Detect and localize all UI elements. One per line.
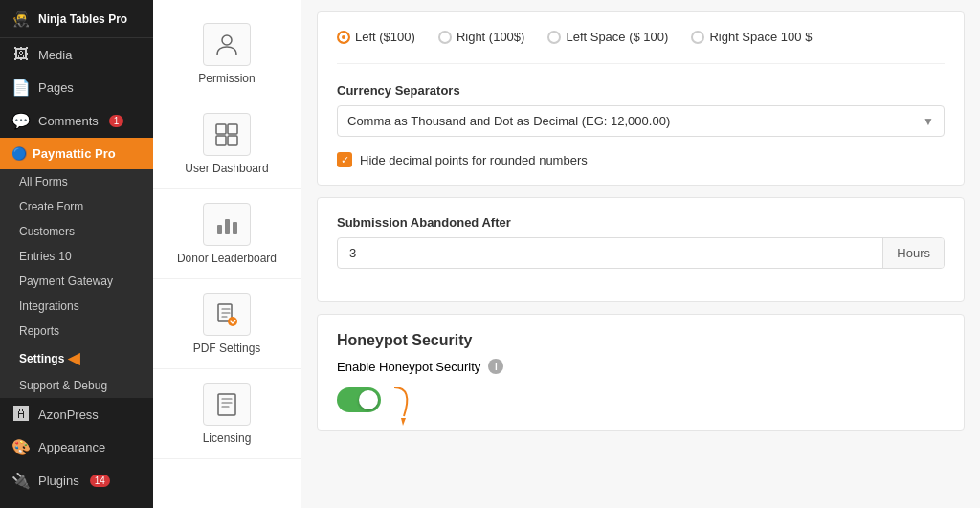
svg-rect-10	[218, 394, 235, 415]
icon-item-donor-leaderboard[interactable]: Donor Leaderboard	[153, 189, 301, 279]
sub-payment-gateway[interactable]: Payment Gateway	[0, 269, 153, 294]
hide-decimal-row[interactable]: ✓ Hide decimal points for rounded number…	[337, 152, 945, 167]
azonpress-label: AzonPress	[38, 408, 99, 422]
currency-position-row: Left ($100) Right (100$) Left Space ($ 1…	[337, 30, 945, 64]
hide-decimal-checkbox[interactable]: ✓	[337, 152, 352, 167]
ninja-icon: 🥷	[11, 10, 31, 28]
entries-badge: 10	[58, 250, 71, 263]
radio-left-space-circle	[547, 31, 561, 44]
hide-decimal-label: Hide decimal points for rounded numbers	[360, 153, 588, 167]
pdf-settings-icon-box	[203, 293, 251, 336]
toggle-knob	[359, 390, 378, 409]
honeypot-enable-label: Enable Honeypot Security	[337, 360, 480, 374]
comments-badge: 1	[109, 115, 124, 127]
time-input-row: Hours	[337, 237, 945, 269]
user-dashboard-label: User Dashboard	[185, 162, 268, 175]
pdf-settings-label: PDF Settings	[193, 342, 261, 355]
sidebar-item-pages[interactable]: 📄 Pages	[0, 71, 153, 104]
icon-panel: Permission User Dashboard D	[153, 0, 301, 508]
currency-settings-section: Left ($100) Right (100$) Left Space ($ 1…	[317, 11, 965, 186]
submission-abandoned-label: Submission Abandoned After	[337, 215, 945, 230]
radio-left-label: Left ($100)	[355, 30, 415, 44]
sub-settings[interactable]: Settings ◀	[0, 343, 153, 373]
permission-icon-box	[203, 23, 251, 66]
honeypot-section: Honeypot Security Enable Honeypot Securi…	[317, 314, 965, 431]
icon-item-user-dashboard[interactable]: User Dashboard	[153, 99, 301, 189]
comments-icon: 💬	[11, 112, 31, 130]
svg-marker-11	[401, 418, 406, 426]
sidebar-item-azonpress[interactable]: 🅰 AzonPress	[0, 398, 153, 431]
radio-right-label: Right (100$)	[457, 30, 525, 44]
svg-rect-3	[216, 136, 226, 145]
entries-label: Entries	[19, 250, 55, 263]
currency-separators-label: Currency Separators	[337, 83, 945, 98]
honeypot-toggle[interactable]	[337, 387, 381, 412]
svg-rect-4	[228, 136, 237, 145]
paymattic-header[interactable]: 🔵 Paymattic Pro	[0, 138, 153, 169]
svg-rect-6	[225, 219, 230, 234]
appearance-label: Appearance	[38, 440, 105, 454]
svg-rect-1	[216, 124, 226, 134]
radio-right-circle	[438, 31, 452, 44]
user-dashboard-icon-box	[203, 113, 251, 156]
radio-left-circle	[337, 31, 350, 44]
pages-label: Pages	[38, 80, 74, 95]
pages-icon: 📄	[11, 78, 31, 97]
sub-integrations[interactable]: Integrations	[0, 294, 153, 319]
sub-reports[interactable]: Reports	[0, 319, 153, 343]
sub-support-debug[interactable]: Support & Debug	[0, 373, 153, 398]
radio-right-space[interactable]: Right Space 100 $	[691, 30, 812, 44]
azonpress-icon: 🅰	[11, 406, 31, 423]
plugins-icon: 🔌	[11, 472, 31, 490]
paymattic-section: 🔵 Paymattic Pro All Forms Create Form Cu…	[0, 138, 153, 398]
ninja-tables-logo[interactable]: 🥷 Ninja Tables Pro	[0, 0, 153, 38]
sub-create-form[interactable]: Create Form	[0, 194, 153, 219]
time-unit-label: Hours	[882, 238, 944, 268]
sub-customers[interactable]: Customers	[0, 219, 153, 244]
radio-left-space[interactable]: Left Space ($ 100)	[547, 30, 668, 44]
radio-left-space-label: Left Space ($ 100)	[566, 30, 668, 44]
sidebar-item-plugins[interactable]: 🔌 Plugins 14	[0, 464, 153, 497]
sub-entries[interactable]: Entries 10	[0, 244, 153, 269]
radio-right[interactable]: Right (100$)	[438, 30, 525, 44]
sidebar-item-media[interactable]: 🖼 Media	[0, 38, 153, 71]
donor-leaderboard-label: Donor Leaderboard	[177, 252, 277, 265]
comments-label: Comments	[38, 114, 99, 128]
permission-label: Permission	[198, 72, 255, 85]
wp-sidebar: 🥷 Ninja Tables Pro 🖼 Media 📄 Pages 💬 Com…	[0, 0, 153, 508]
licensing-icon-box	[203, 383, 251, 426]
radio-left[interactable]: Left ($100)	[337, 30, 415, 44]
settings-panel: Left ($100) Right (100$) Left Space ($ 1…	[301, 0, 980, 508]
plugins-label: Plugins	[38, 474, 79, 488]
sidebar-item-comments[interactable]: 💬 Comments 1	[0, 104, 153, 138]
media-icon: 🖼	[11, 46, 31, 63]
svg-rect-5	[217, 225, 222, 234]
abandoned-time-input[interactable]	[338, 238, 882, 268]
svg-point-0	[222, 35, 232, 45]
honeypot-enable-row: Enable Honeypot Security i	[337, 359, 945, 374]
radio-right-space-circle	[691, 31, 704, 44]
toggle-arrow-annotation	[385, 378, 442, 435]
svg-rect-7	[233, 222, 237, 234]
radio-right-space-label: Right Space 100 $	[709, 30, 812, 44]
currency-separators-select[interactable]: Comma as Thousand and Dot as Decimal (EG…	[338, 106, 944, 136]
media-label: Media	[38, 48, 72, 62]
plugins-badge: 14	[90, 475, 110, 487]
toggle-track	[337, 387, 381, 412]
paymattic-label: Paymattic Pro	[33, 146, 116, 161]
donor-leaderboard-icon-box	[203, 203, 251, 246]
sub-all-forms[interactable]: All Forms	[0, 169, 153, 194]
svg-point-9	[228, 317, 237, 326]
icon-item-licensing[interactable]: Licensing	[153, 369, 301, 459]
honeypot-info-icon[interactable]: i	[488, 359, 503, 374]
settings-label: Settings	[19, 352, 64, 365]
icon-item-permission[interactable]: Permission	[153, 10, 301, 99]
settings-arrow-indicator: ◀	[68, 349, 79, 367]
icon-item-pdf-settings[interactable]: PDF Settings	[153, 279, 301, 369]
honeypot-title: Honeypot Security	[337, 332, 945, 349]
licensing-label: Licensing	[203, 431, 252, 445]
toggle-container	[337, 387, 381, 412]
sidebar-item-appearance[interactable]: 🎨 Appearance	[0, 431, 153, 464]
appearance-icon: 🎨	[11, 438, 31, 456]
submission-abandoned-section: Submission Abandoned After Hours	[317, 197, 965, 302]
